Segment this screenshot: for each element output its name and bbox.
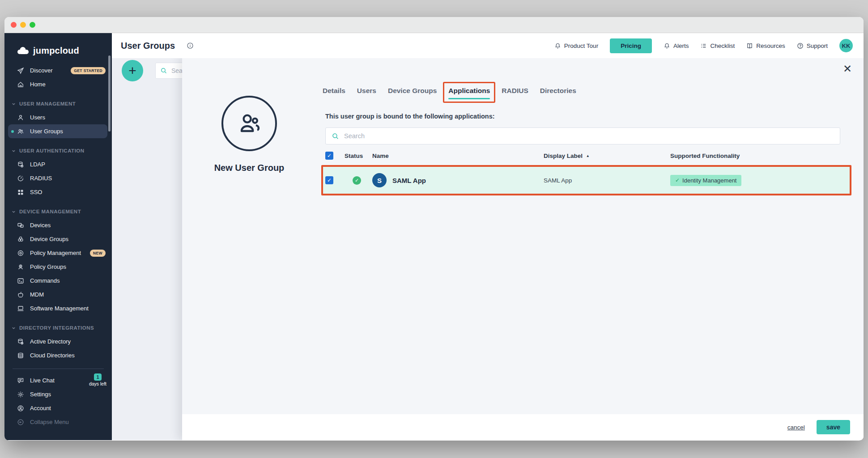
identity-management-badge: ✓ Identity Management (670, 175, 741, 186)
sidebar-item-mdm[interactable]: MDM (4, 288, 112, 301)
column-status: Status (345, 153, 372, 159)
window-zoom-button[interactable] (30, 22, 35, 28)
window-minimize-button[interactable] (20, 22, 26, 28)
cancel-button[interactable]: cancel (787, 424, 805, 431)
sidebar-item-account[interactable]: Account (4, 401, 112, 415)
pricing-button[interactable]: Pricing (610, 38, 652, 53)
user-icon (17, 114, 24, 121)
save-button[interactable]: save (817, 420, 850, 434)
table-header-row: ✓ Status Name Display Label ▲ Supported … (325, 148, 851, 163)
sidebar-item-user-groups[interactable]: User Groups (8, 124, 107, 138)
app-name: SAML App (392, 177, 426, 184)
table-row[interactable]: ✓ ✓ S SAML App SAML App ✓ I (323, 167, 850, 194)
jumpcloud-logo[interactable]: jumpcloud (4, 41, 112, 60)
sidebar-item-cloud-directories[interactable]: Cloud Directories (4, 348, 112, 362)
add-user-group-button[interactable]: + (122, 60, 143, 81)
display-label-value: SAML App (544, 177, 670, 184)
sidebar-item-live-chat[interactable]: Live Chat 1 days left (4, 373, 112, 387)
app-window: jumpcloud Discover GET STARTED Home U (4, 17, 864, 441)
grid-icon (17, 189, 24, 196)
sidebar-item-collapse-menu[interactable]: Collapse Menu (4, 415, 112, 429)
book-icon (746, 42, 753, 49)
target-icon (17, 250, 24, 257)
alerts-button[interactable]: Alerts (664, 42, 689, 49)
active-tab-underline (448, 98, 490, 99)
group-summary: New User Group (182, 96, 316, 173)
sidebar-item-users[interactable]: Users (4, 110, 112, 124)
chevron-down-icon (12, 102, 16, 106)
close-icon[interactable]: ✕ (843, 64, 852, 74)
column-display-label[interactable]: Display Label ▲ (544, 153, 670, 159)
user-avatar[interactable]: KK (839, 39, 853, 52)
search-icon (160, 67, 167, 74)
home-icon (17, 81, 24, 88)
user-groups-icon (17, 128, 24, 135)
sidebar-section-device-management[interactable]: DEVICE MANAGEMENT (4, 205, 112, 218)
chevron-down-icon (12, 149, 16, 153)
tab-applications[interactable]: Applications (448, 87, 490, 97)
status-active-icon: ✓ (353, 176, 361, 185)
account-icon (17, 405, 24, 412)
column-name: Name (372, 153, 544, 159)
sidebar-divider (13, 369, 104, 369)
window-close-button[interactable] (11, 22, 17, 28)
policy-groups-icon (17, 263, 24, 271)
sidebar-item-home[interactable]: Home (4, 77, 112, 91)
checklist-button[interactable]: Checklist (700, 42, 735, 49)
check-icon: ✓ (675, 177, 680, 183)
tab-directories[interactable]: Directories (540, 87, 576, 97)
window-titlebar (4, 17, 864, 33)
sidebar-item-policy-groups[interactable]: Policy Groups (4, 260, 112, 274)
support-button[interactable]: Support (797, 42, 828, 49)
info-icon[interactable] (187, 42, 194, 49)
sidebar-section-user-management[interactable]: USER MANAGEMENT (4, 97, 112, 110)
sidebar-item-radius[interactable]: RADIUS (4, 171, 112, 185)
app-name-cell: S SAML App (372, 173, 544, 187)
gear-icon (17, 391, 24, 398)
product-tour-button[interactable]: Product Tour (554, 42, 598, 49)
tab-radius[interactable]: RADIUS (502, 87, 528, 97)
stacked-discs-icon (17, 352, 24, 359)
applications-table: ✓ Status Name Display Label ▲ Supported … (325, 148, 851, 195)
user-group-glyph-icon (235, 110, 263, 137)
sidebar-item-commands[interactable]: Commands (4, 274, 112, 288)
applications-search-field[interactable] (325, 127, 840, 144)
question-icon (797, 42, 804, 49)
row-checkbox[interactable]: ✓ (325, 176, 333, 184)
select-all-checkbox[interactable]: ✓ (325, 152, 333, 160)
sort-asc-icon: ▲ (586, 154, 590, 158)
database-icon (17, 161, 24, 168)
saml-app-icon: S (372, 173, 387, 187)
logo-text: jumpcloud (33, 46, 79, 56)
sidebar-scrollbar[interactable] (108, 55, 111, 131)
sidebar-section-user-authentication[interactable]: USER AUTHENTICATION (4, 144, 112, 157)
sidebar: jumpcloud Discover GET STARTED Home U (4, 33, 112, 440)
tab-device-groups[interactable]: Device Groups (388, 87, 437, 97)
sidebar-item-discover[interactable]: Discover GET STARTED (4, 64, 112, 77)
directory-database-icon (17, 338, 24, 345)
megaphone-icon (554, 42, 561, 49)
sidebar-item-settings[interactable]: Settings (4, 387, 112, 401)
apple-icon (17, 291, 24, 298)
sidebar-item-ldap[interactable]: LDAP (4, 157, 112, 171)
sidebar-item-software-management[interactable]: Software Management (4, 301, 112, 315)
sidebar-item-devices[interactable]: Devices (4, 218, 112, 232)
resources-button[interactable]: Resources (746, 42, 785, 49)
chevron-down-icon (12, 210, 16, 214)
sidebar-item-active-directory[interactable]: Active Directory (4, 335, 112, 348)
annotation-box-row: ✓ ✓ S SAML App SAML App ✓ I (321, 165, 851, 195)
tab-details[interactable]: Details (323, 87, 345, 97)
tab-users[interactable]: Users (357, 87, 376, 97)
devices-icon (17, 222, 24, 229)
collapse-arrow-icon (17, 419, 24, 426)
sidebar-section-directory-integrations[interactable]: DIRECTORY INTEGRATIONS (4, 321, 112, 335)
user-group-avatar (221, 96, 277, 151)
page-header: User Groups Product Tour Pricing (112, 33, 864, 58)
sidebar-item-sso[interactable]: SSO (4, 185, 112, 199)
applications-search-input[interactable] (344, 132, 834, 140)
sidebar-item-device-groups[interactable]: Device Groups (4, 232, 112, 246)
active-indicator-dot (11, 130, 14, 133)
cloud-logo-icon (16, 46, 30, 55)
bell-icon (664, 42, 670, 49)
sidebar-item-policy-management[interactable]: Policy Management NEW (4, 246, 112, 260)
